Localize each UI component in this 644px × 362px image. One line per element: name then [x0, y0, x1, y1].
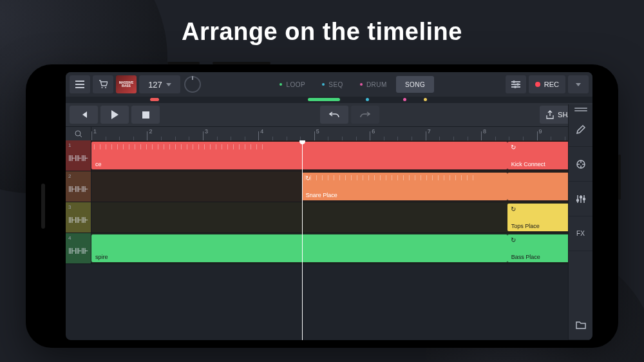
phone-button	[167, 62, 200, 64]
section-marker[interactable]	[366, 98, 369, 101]
redo-button[interactable]	[351, 106, 379, 124]
mode-tab-seq[interactable]: SEQ	[314, 81, 351, 88]
phone-button	[213, 62, 270, 64]
section-marker[interactable]	[424, 98, 427, 101]
chevron-down-icon	[576, 83, 581, 86]
edit-tool[interactable]	[569, 112, 592, 147]
record-button[interactable]: REC	[529, 75, 565, 93]
drag-handle-icon[interactable]	[569, 104, 592, 112]
track-number: 1	[68, 142, 71, 148]
chevron-down-icon	[166, 83, 171, 86]
search-icon	[75, 130, 82, 138]
clip-waveform	[510, 175, 570, 182]
play-button[interactable]	[100, 106, 129, 124]
share-icon	[546, 110, 554, 119]
store-button[interactable]	[93, 75, 113, 93]
ruler-number: 4	[260, 128, 263, 135]
track-number: 2	[68, 173, 71, 179]
audio-clip[interactable]: ↻Tops Place	[507, 204, 573, 231]
fx-tool[interactable]: FX	[569, 216, 592, 251]
sound-pack-thumb[interactable]: MASSIVE BASS	[116, 75, 137, 93]
playhead[interactable]	[302, 140, 303, 340]
tab-label: SEQ	[328, 81, 343, 88]
mode-tabs: LOOPSEQDRUMSONG	[272, 76, 434, 93]
audio-clip[interactable]: ↻Bass Place	[507, 234, 573, 262]
phone-frame: MASSIVE BASS 127 LOOPSEQDRUMSONG REC	[26, 64, 618, 348]
section-marker[interactable]	[150, 98, 159, 101]
ruler-zoom-button[interactable]	[66, 127, 91, 140]
svg-point-1	[105, 87, 106, 88]
track-row: 1⊪⊪⊪ce↻Kick Connect	[66, 140, 592, 171]
pencil-icon	[576, 124, 586, 135]
marker-strip	[66, 97, 592, 103]
track-lane[interactable]: ↻Snare Place	[91, 171, 592, 202]
section-marker[interactable]	[403, 98, 406, 101]
clip-waveform	[94, 144, 505, 151]
section-marker[interactable]	[308, 98, 340, 101]
track-header[interactable]: 2⊪⊪⊪	[66, 171, 91, 202]
stop-button[interactable]	[131, 106, 160, 124]
audio-clip[interactable]: ↻Snare Place	[302, 173, 507, 200]
audio-clip[interactable]: ce	[91, 142, 507, 169]
clip-label: ce	[95, 161, 102, 167]
clip-waveform	[305, 175, 505, 182]
track-header[interactable]: 4⊪⊪⊪	[66, 233, 91, 263]
clip-label: Bass Place	[511, 254, 540, 260]
svg-point-7	[583, 198, 585, 200]
metronome-dial[interactable]	[184, 76, 201, 93]
record-icon	[535, 82, 540, 87]
svg-point-6	[580, 196, 582, 198]
bpm-selector[interactable]: 127	[139, 75, 180, 93]
mixer-tool[interactable]	[569, 182, 592, 216]
tab-indicator-dot	[322, 83, 325, 86]
track-lane[interactable]: spire↻Bass Place	[91, 233, 592, 263]
tab-indicator-dot	[360, 83, 363, 86]
timeline-ruler[interactable]: 12345678910	[66, 126, 592, 140]
tab-indicator-dot	[279, 83, 282, 86]
track-lane[interactable]: ce↻Kick Connect	[91, 140, 592, 171]
ruler-number: 2	[149, 128, 152, 135]
mixer-button[interactable]	[506, 75, 526, 93]
svg-point-3	[75, 131, 80, 136]
snap-tool[interactable]	[569, 147, 592, 182]
rewind-button[interactable]	[70, 106, 98, 124]
track-number: 3	[68, 204, 71, 210]
undo-icon	[329, 111, 339, 119]
clip-label: spire	[95, 254, 108, 260]
svg-rect-2	[142, 111, 149, 119]
transport-bar: SHARE	[66, 103, 592, 126]
stop-icon	[142, 111, 149, 119]
phone-speaker	[41, 184, 45, 229]
topbar: MASSIVE BASS 127 LOOPSEQDRUMSONG REC	[66, 72, 592, 97]
audio-clip[interactable]: ↻Kick Connect	[507, 142, 573, 169]
fx-label: FX	[576, 230, 585, 237]
undo-button[interactable]	[320, 106, 348, 124]
track-lane[interactable]: ↻Tops Place	[91, 202, 592, 233]
track-header[interactable]: 3⊪⊪⊪	[66, 202, 91, 233]
waveform-icon: ⊪⊪⊪	[68, 246, 88, 256]
mode-tab-song[interactable]: SONG	[396, 76, 434, 93]
mode-tab-loop[interactable]: LOOP	[272, 81, 313, 88]
ruler-number: 9	[539, 128, 542, 135]
app-screen: MASSIVE BASS 127 LOOPSEQDRUMSONG REC	[66, 72, 592, 340]
snap-icon	[576, 159, 586, 169]
sliders-icon	[510, 81, 522, 88]
hero-title: Arrange on the timeline	[0, 18, 644, 46]
menu-button[interactable]	[70, 75, 90, 93]
cart-icon	[99, 80, 108, 89]
folder-icon	[576, 319, 586, 330]
audio-clip[interactable]: spire	[91, 234, 507, 262]
loop-icon: ↻	[511, 205, 516, 213]
side-toolbar: FX	[568, 104, 592, 340]
track-row: 3⊪⊪⊪↻Tops Place	[66, 202, 592, 233]
tab-label: LOOP	[286, 81, 305, 88]
redo-icon	[360, 111, 370, 119]
audio-clip[interactable]	[507, 173, 573, 200]
mode-tab-drum[interactable]: DRUM	[352, 81, 395, 88]
track-header[interactable]: 1⊪⊪⊪	[66, 140, 91, 171]
rec-more-button[interactable]	[568, 75, 589, 93]
folder-tool[interactable]	[569, 309, 592, 340]
ruler-number: 1	[93, 128, 97, 135]
waveform-icon: ⊪⊪⊪	[68, 184, 88, 194]
ruler-number: 5	[316, 128, 319, 135]
